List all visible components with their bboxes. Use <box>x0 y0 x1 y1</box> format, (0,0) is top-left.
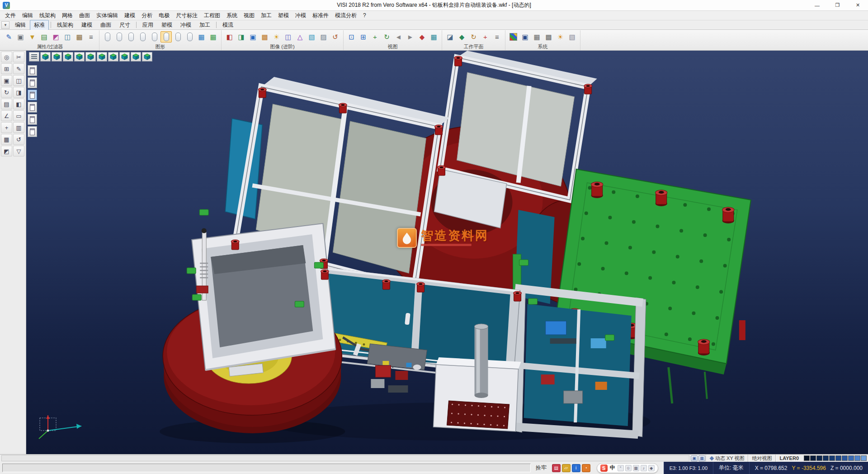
doc-tool-button-1[interactable] <box>28 65 37 76</box>
pan-icon[interactable]: + <box>369 31 381 43</box>
properties-icon[interactable]: ≡ <box>85 31 97 43</box>
workplane-rotate-icon[interactable]: ↻ <box>468 31 479 43</box>
workplane-origin-icon[interactable]: + <box>480 31 491 43</box>
ime-keyboard-icon[interactable]: ▦ <box>633 465 639 471</box>
command-input[interactable] <box>2 464 531 472</box>
filter-funnel-icon[interactable]: ▼ <box>27 31 38 43</box>
selection-icon[interactable]: ◎ <box>1 52 12 62</box>
ime-settings-icon[interactable]: ◆ <box>648 465 655 471</box>
export-icon[interactable]: ▽ <box>13 146 24 156</box>
rotate-view-icon[interactable]: ↻ <box>381 31 392 43</box>
menu-item-标准件[interactable]: 标准件 <box>309 11 332 20</box>
view-cube-button-6[interactable] <box>97 52 107 62</box>
system-settings-icon[interactable]: ▧ <box>566 31 578 43</box>
view-cube-button-8[interactable] <box>119 52 130 62</box>
next-view-icon[interactable]: ► <box>405 31 416 43</box>
copy-icon[interactable]: ▥ <box>13 122 24 133</box>
doc-tool-button-2[interactable] <box>28 77 37 88</box>
tab-编辑[interactable]: 编辑 <box>11 20 30 30</box>
system-grid-icon[interactable]: ▩ <box>543 31 554 43</box>
view-cube-button-2[interactable] <box>52 52 62 62</box>
render-quality-icon[interactable]: ◧ <box>224 31 235 43</box>
render-transparency-icon[interactable]: ▧ <box>306 31 317 43</box>
tab-塑模[interactable]: 塑模 <box>157 20 176 30</box>
attribute-copy-icon[interactable]: ▣ <box>15 31 26 43</box>
close-button[interactable]: ✕ <box>848 0 868 10</box>
previous-view-icon[interactable]: ◄ <box>393 31 404 43</box>
render-background-icon[interactable]: ◫ <box>283 31 294 43</box>
display-mode-5-icon[interactable] <box>149 31 160 43</box>
tab-曲面[interactable]: 曲面 <box>96 20 115 30</box>
menu-item-建模[interactable]: 建模 <box>121 11 138 20</box>
layer-swatch-7[interactable] <box>848 455 854 461</box>
view-mode-mini-icon[interactable]: ▦ <box>698 455 705 461</box>
tab-建模[interactable]: 建模 <box>77 20 96 30</box>
filter-type-icon[interactable]: ◫ <box>62 31 73 43</box>
display-mode-1-icon[interactable] <box>102 31 113 43</box>
move-icon[interactable]: + <box>1 122 12 133</box>
layer-swatch-3[interactable] <box>823 455 829 461</box>
ime-mode-icon[interactable]: ° <box>618 465 624 471</box>
render-section-icon[interactable]: △ <box>294 31 306 43</box>
layer-swatch-8[interactable] <box>854 455 860 461</box>
view-cube-button-1[interactable] <box>40 52 51 62</box>
render-light-icon[interactable]: ☀ <box>271 31 282 43</box>
view-lock-mini-icon[interactable]: ▣ <box>691 455 698 461</box>
layer-swatch-1[interactable] <box>810 455 816 461</box>
trim-icon[interactable]: ◨ <box>13 87 24 98</box>
system-light-icon[interactable]: ☀ <box>555 31 566 43</box>
filter-color-icon[interactable]: ◩ <box>50 31 61 43</box>
toolbar-dropdown-button[interactable]: ▾ <box>1 21 9 29</box>
rotate-icon[interactable]: ↻ <box>1 87 12 98</box>
menu-item-编辑[interactable]: 编辑 <box>19 11 36 20</box>
ime-toolbar[interactable]: S 中 °☺▦♪◆ <box>597 463 658 473</box>
layers-icon[interactable]: ▤ <box>1 99 12 109</box>
pin-toggle[interactable]: 拴牢 <box>533 464 549 472</box>
menu-item-曲面[interactable]: 曲面 <box>76 11 93 20</box>
palette-icon[interactable]: ◩ <box>1 146 12 156</box>
menu-item-加工[interactable]: 加工 <box>258 11 275 20</box>
info-status-icon[interactable]: i <box>572 464 580 472</box>
display-mode-2-icon[interactable] <box>113 31 125 43</box>
layer-swatch-0[interactable] <box>804 455 810 461</box>
absolute-view-button[interactable]: 绝对视图 <box>748 455 776 462</box>
tab-标准[interactable]: 标准 <box>30 20 49 30</box>
tab-应用[interactable]: 应用 <box>138 20 157 30</box>
view-list-button[interactable] <box>29 52 39 62</box>
doc-tool-button-6[interactable] <box>28 126 37 137</box>
measure-icon[interactable]: ◫ <box>13 75 24 86</box>
render-shadow-icon[interactable]: ◨ <box>236 31 247 43</box>
render-edges-icon[interactable]: ▨ <box>318 31 329 43</box>
grid-snap-icon[interactable]: ⊞ <box>1 63 12 74</box>
dynamic-view-indicator[interactable]: 动态 XY 视图 <box>706 455 748 462</box>
undo-icon[interactable]: ↺ <box>13 134 24 145</box>
menu-item-实体编辑[interactable]: 实体编辑 <box>93 11 121 20</box>
view-cube-button-10[interactable] <box>142 52 152 62</box>
sketch-icon[interactable]: ✎ <box>13 63 24 74</box>
menu-item-模流分析[interactable]: 模流分析 <box>332 11 360 20</box>
tab-模流[interactable]: 模流 <box>218 20 237 30</box>
tab-加工[interactable]: 加工 <box>195 20 214 30</box>
minimize-button[interactable]: — <box>807 0 827 10</box>
tab-尺寸[interactable]: 尺寸 <box>115 20 134 30</box>
save-status-icon[interactable]: ▤ <box>552 464 561 472</box>
view-cube-button-4[interactable] <box>74 52 85 62</box>
tab-冲模[interactable]: 冲模 <box>176 20 195 30</box>
layer-swatch-4[interactable] <box>829 455 835 461</box>
render-texture-icon[interactable]: ▩ <box>259 31 270 43</box>
clipboard-icon[interactable]: ▣ <box>1 75 12 86</box>
folder-status-icon[interactable]: ▱ <box>562 464 571 472</box>
shaded-color-icon[interactable]: ▦ <box>208 31 219 43</box>
erase-icon[interactable]: ▭ <box>13 110 24 121</box>
ime-mic-icon[interactable]: ♪ <box>641 465 647 471</box>
view-cube-button-3[interactable] <box>63 52 73 62</box>
array-icon[interactable]: ▦ <box>1 134 12 145</box>
system-snap-icon[interactable]: ▦ <box>531 31 542 43</box>
menu-item-塑模[interactable]: 塑模 <box>275 11 292 20</box>
tab-线架构[interactable]: 线架构 <box>53 20 77 30</box>
layer-swatch-2[interactable] <box>816 455 822 461</box>
menu-item-网格[interactable]: 网格 <box>59 11 76 20</box>
angle-icon[interactable]: ∠ <box>1 110 12 121</box>
filter-layer-icon[interactable]: ▤ <box>38 31 50 43</box>
layer-swatch-9[interactable] <box>861 455 867 461</box>
